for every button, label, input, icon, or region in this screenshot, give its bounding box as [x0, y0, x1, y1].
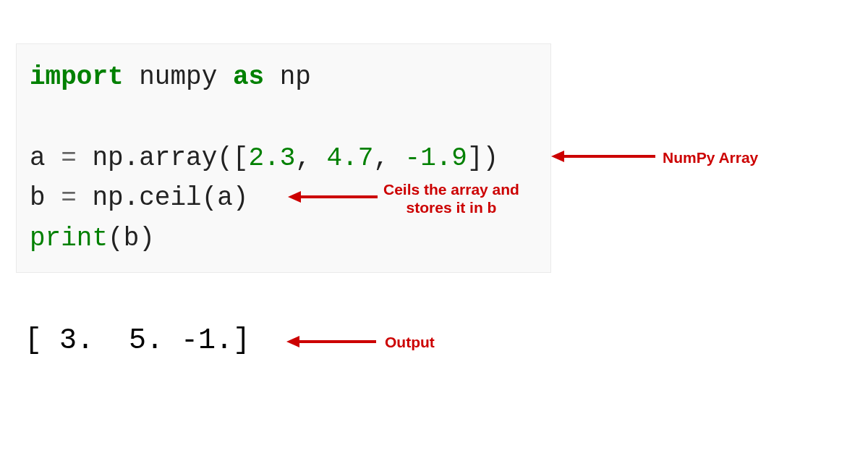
module-name: numpy [139, 62, 217, 92]
alias-name: np [280, 62, 311, 92]
code-line-2-blank [30, 98, 537, 138]
close-bracket: ]) [467, 143, 498, 173]
code-line-5: print(b) [30, 219, 537, 259]
comma: , [373, 143, 404, 173]
space [264, 62, 280, 92]
print-fn: print [30, 224, 108, 253]
keyword-as: as [233, 62, 264, 92]
annotation-output: Output [385, 333, 435, 351]
annotation-ceil-line1: Ceils the array and [383, 180, 519, 198]
arrow-line [297, 340, 376, 343]
code-line-1: import numpy as np [30, 57, 537, 98]
arrow-line [561, 155, 655, 158]
print-args: (b) [108, 224, 155, 253]
array-call: np.array([ [77, 143, 249, 173]
output-text: [ 3. 5. -1.] [25, 324, 250, 357]
space [217, 62, 233, 92]
annotation-ceil-line2: stores it in b [383, 198, 519, 216]
ceil-call: np.ceil(a) [77, 183, 249, 213]
var-b: b [30, 183, 61, 213]
number: 2.3 [248, 143, 295, 173]
code-line-3: a = np.array([2.3, 4.7, -1.9]) [30, 138, 537, 179]
comma: , [295, 143, 326, 173]
annotation-ceil: Ceils the array and stores it in b [383, 180, 519, 216]
equals-op: = [61, 143, 77, 173]
annotation-numpy-array: NumPy Array [663, 148, 758, 166]
space [124, 62, 140, 92]
number: -1.9 [405, 143, 467, 173]
equals-op: = [61, 183, 77, 213]
arrow-line [298, 195, 378, 198]
code-block: import numpy as np a = np.array([2.3, 4.… [16, 43, 551, 273]
var-a: a [30, 143, 61, 173]
number: 4.7 [327, 143, 374, 173]
keyword-import: import [30, 62, 124, 92]
